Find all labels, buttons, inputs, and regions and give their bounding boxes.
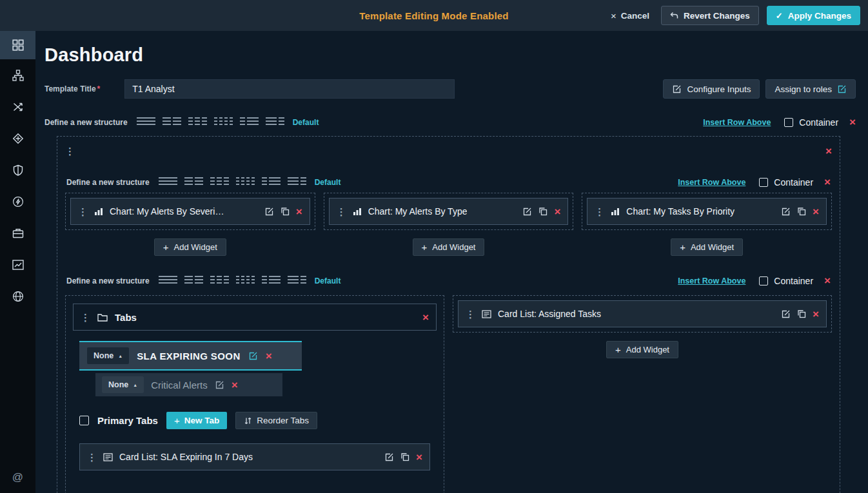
widget-cell: ⋮ Chart: My Tasks By Priority × xyxy=(582,193,832,230)
tab-item-active[interactable]: None ▲ SLA EXPIRING SOON × xyxy=(79,341,302,371)
delete-container-button[interactable]: × xyxy=(825,146,832,157)
insert-row-above-link[interactable]: Insert Row Above xyxy=(678,276,745,285)
widget-card[interactable]: ⋮ Card List: SLA Expiring In 7 Days × xyxy=(79,443,430,470)
widget-title: Chart: My Alerts By Type xyxy=(368,206,468,217)
drag-handle[interactable]: ⋮ xyxy=(78,207,88,217)
edit-widget-icon[interactable] xyxy=(522,207,532,217)
default-layout-label[interactable]: Default xyxy=(315,178,341,187)
tab-item[interactable]: None ▲ Critical Alerts × xyxy=(95,373,282,396)
layout-1col-option[interactable] xyxy=(159,276,177,285)
widget-column: ⋮ Chart: My Alerts By Type × xyxy=(324,193,574,256)
layout-4col-option[interactable] xyxy=(236,177,255,187)
drag-handle[interactable]: ⋮ xyxy=(87,452,97,462)
duplicate-widget-icon[interactable] xyxy=(538,207,547,216)
nav-automation-item[interactable] xyxy=(0,186,35,217)
nav-hierarchy-item[interactable] xyxy=(0,59,35,91)
layout-1col-option[interactable] xyxy=(159,177,177,187)
drag-handle[interactable]: ⋮ xyxy=(81,313,90,322)
nav-mention-item[interactable]: @ xyxy=(0,462,35,493)
container-checkbox[interactable] xyxy=(759,276,768,285)
container-checkbox[interactable] xyxy=(759,178,768,187)
widget-cell: ⋮ Card List: Assigned Tasks × xyxy=(453,295,832,333)
nav-briefcase-item[interactable] xyxy=(0,217,35,249)
widget-column: ⋮ Chart: My Alerts By Severi… × xyxy=(65,193,315,256)
reorder-tabs-button[interactable]: Reorder Tabs xyxy=(235,412,317,429)
drag-handle[interactable]: ⋮ xyxy=(337,207,346,217)
nav-diamond-item[interactable] xyxy=(0,122,35,154)
revert-changes-button[interactable]: Revert Changes xyxy=(661,6,759,25)
delete-widget-button[interactable]: × xyxy=(416,452,422,463)
tabs-section-header[interactable]: ⋮ Tabs × xyxy=(73,304,437,331)
new-tab-button[interactable]: + New Tab xyxy=(166,412,227,429)
delete-row-button[interactable]: × xyxy=(824,177,831,188)
duplicate-widget-icon[interactable] xyxy=(797,309,806,318)
duplicate-widget-icon[interactable] xyxy=(400,452,409,461)
define-structure-label: Define a new structure xyxy=(66,276,150,285)
widget-card[interactable]: ⋮ Chart: My Alerts By Severi… × xyxy=(70,198,310,225)
edit-widget-icon[interactable] xyxy=(781,207,791,217)
layout-4col-option[interactable] xyxy=(236,276,255,285)
apply-changes-button[interactable]: ✓ Apply Changes xyxy=(767,6,860,25)
layout-1-2col-option[interactable] xyxy=(240,117,259,127)
insert-row-above-link[interactable]: Insert Row Above xyxy=(678,178,745,187)
widget-title: Card List: SLA Expiring In 7 Days xyxy=(119,452,253,462)
nav-shield-item[interactable] xyxy=(0,154,35,186)
widget-card[interactable]: ⋮ Chart: My Alerts By Type × xyxy=(329,198,569,225)
layout-1-2col-option[interactable] xyxy=(262,276,281,285)
add-widget-button[interactable]: + Add Widget xyxy=(671,238,743,256)
layout-4col-option[interactable] xyxy=(214,117,233,127)
duplicate-widget-icon[interactable] xyxy=(281,207,290,216)
drag-handle[interactable]: ⋮ xyxy=(595,207,604,217)
layout-2col-option[interactable] xyxy=(184,276,203,285)
nav-crossing-arrows-item[interactable] xyxy=(0,91,35,122)
tab-dropdown[interactable]: None ▲ xyxy=(102,376,144,393)
widget-card[interactable]: ⋮ Chart: My Tasks By Priority × xyxy=(587,198,827,225)
delete-tab-button[interactable]: × xyxy=(266,351,272,362)
layout-1-2col-option[interactable] xyxy=(262,177,281,187)
edit-widget-icon[interactable] xyxy=(384,452,394,462)
layout-3col-option[interactable] xyxy=(210,177,229,187)
nav-dashboard-item[interactable] xyxy=(0,31,35,59)
edit-tab-icon[interactable] xyxy=(248,351,258,361)
layout-3col-option[interactable] xyxy=(188,117,207,127)
delete-widget-button[interactable]: × xyxy=(813,206,819,217)
insert-row-above-link[interactable]: Insert Row Above xyxy=(703,118,771,127)
drag-handle[interactable]: ⋮ xyxy=(65,146,75,156)
template-title-input[interactable] xyxy=(124,79,455,99)
widget-card[interactable]: ⋮ Card List: Assigned Tasks × xyxy=(458,300,827,327)
edit-widget-icon[interactable] xyxy=(264,207,274,217)
nav-globe-item[interactable] xyxy=(0,280,35,312)
cancel-button[interactable]: × Cancel xyxy=(607,10,653,21)
delete-row-button[interactable]: × xyxy=(824,275,831,286)
delete-tabs-button[interactable]: × xyxy=(422,312,429,323)
add-widget-button[interactable]: + Add Widget xyxy=(606,341,678,358)
drag-handle[interactable]: ⋮ xyxy=(466,309,475,319)
add-widget-button[interactable]: + Add Widget xyxy=(154,238,226,256)
plus-icon: + xyxy=(680,242,686,252)
delete-widget-button[interactable]: × xyxy=(813,309,819,320)
configure-inputs-button[interactable]: Configure Inputs xyxy=(663,79,760,99)
layout-2-1col-option[interactable] xyxy=(266,117,284,127)
default-layout-label[interactable]: Default xyxy=(315,276,341,285)
layout-2-1col-option[interactable] xyxy=(288,177,306,187)
assign-to-roles-button[interactable]: Assign to roles xyxy=(765,79,856,99)
delete-widget-button[interactable]: × xyxy=(296,206,302,217)
edit-widget-icon[interactable] xyxy=(781,309,791,319)
add-widget-button[interactable]: + Add Widget xyxy=(413,238,485,256)
nav-reports-item[interactable] xyxy=(0,249,35,280)
default-layout-label[interactable]: Default xyxy=(293,118,319,127)
edit-tab-icon[interactable] xyxy=(215,380,224,390)
delete-tab-button[interactable]: × xyxy=(232,380,238,391)
container-checkbox[interactable] xyxy=(784,118,793,127)
delete-row-button[interactable]: × xyxy=(849,117,856,128)
primary-tabs-checkbox[interactable] xyxy=(79,416,89,425)
layout-2col-option[interactable] xyxy=(184,177,203,187)
left-nav-rail: @ xyxy=(0,31,35,493)
delete-widget-button[interactable]: × xyxy=(554,206,560,217)
duplicate-widget-icon[interactable] xyxy=(797,207,806,216)
layout-3col-option[interactable] xyxy=(210,276,229,285)
layout-1col-option[interactable] xyxy=(137,117,155,127)
layout-2col-option[interactable] xyxy=(163,117,181,127)
layout-2-1col-option[interactable] xyxy=(288,276,306,285)
tab-dropdown[interactable]: None ▲ xyxy=(87,347,129,364)
